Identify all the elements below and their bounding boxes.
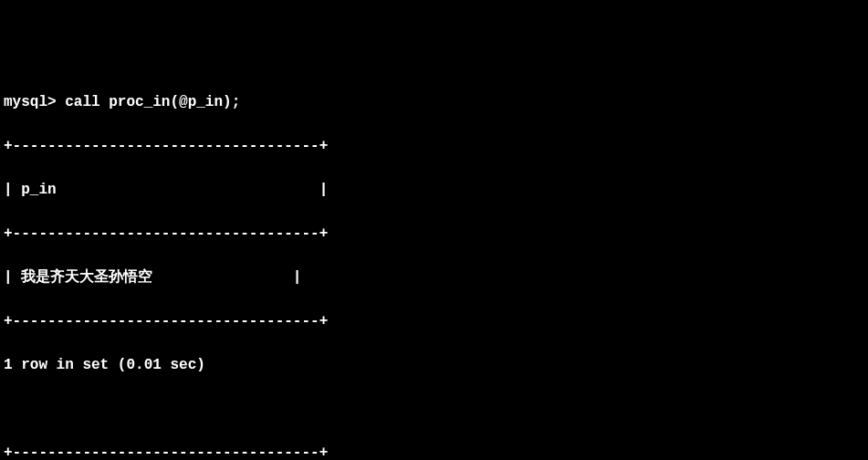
- table-header: | p_in |: [4, 179, 864, 201]
- sql-command[interactable]: call proc_in(@p_in);: [57, 94, 241, 110]
- mysql-prompt: mysql>: [4, 94, 57, 110]
- table-border: +-----------------------------------+: [4, 310, 864, 332]
- command-line: mysql> call proc_in(@p_in);: [4, 91, 864, 113]
- table-row: | 我是齐天大圣孙悟空 |: [4, 267, 864, 288]
- table-border: +-----------------------------------+: [4, 442, 864, 460]
- blank-line: [4, 398, 864, 420]
- table-border: +-----------------------------------+: [4, 223, 864, 245]
- table-border: +-----------------------------------+: [4, 135, 864, 157]
- result-status: 1 row in set (0.01 sec): [4, 354, 864, 376]
